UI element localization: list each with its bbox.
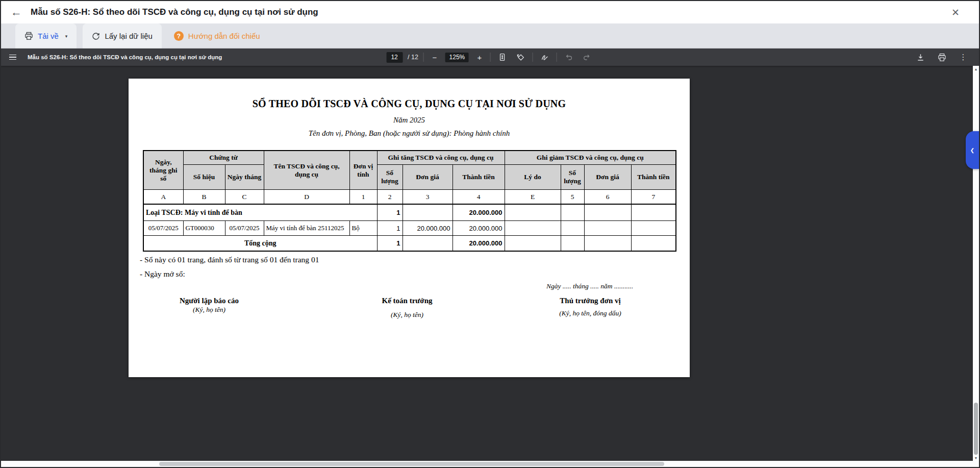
- collapse-panel-tab[interactable]: ❮: [966, 131, 979, 169]
- download-file-icon[interactable]: [914, 51, 927, 64]
- category-quantity: 1: [377, 204, 403, 221]
- empty-cell: [584, 236, 631, 252]
- col-code: C: [225, 190, 264, 205]
- zoom-out-button[interactable]: −: [429, 52, 440, 63]
- col-header-doc-date: Ngày tháng: [225, 165, 264, 190]
- col-header-doc-no: Số hiệu: [183, 165, 225, 190]
- document-page: SỔ THEO DÕI TSCĐ VÀ CÔNG CỤ, DỤNG CỤ TẠI…: [129, 79, 690, 377]
- caret-down-icon: ▾: [65, 34, 68, 39]
- empty-cell: [505, 221, 561, 236]
- empty-cell: [631, 221, 676, 236]
- asset-tracking-table: Ngày, tháng ghi sổ Chứng từ Tên TSCĐ và …: [143, 150, 676, 252]
- document-unit-line: Tên đơn vị, Phòng, Ban (hoặc người sử dụ…: [129, 129, 690, 138]
- print-icon[interactable]: [935, 51, 948, 64]
- refresh-label: Lấy lại dữ liệu: [105, 32, 152, 40]
- col-code: A: [143, 190, 183, 205]
- question-badge-icon: ?: [174, 31, 184, 41]
- vertical-scroll-thumb[interactable]: [974, 403, 978, 455]
- empty-cell: [505, 236, 561, 252]
- close-button[interactable]: ✕: [945, 2, 966, 22]
- col-header-unit: Đơn vị tính: [349, 151, 377, 190]
- toolbar-separator: [490, 53, 491, 62]
- horizontal-scrollbar[interactable]: [1, 461, 979, 467]
- undo-icon[interactable]: [562, 51, 575, 64]
- col-header-amount-inc: Thành tiền: [453, 165, 505, 190]
- app-toolbar: Tải về ▾ Lấy lại dữ liệu ? Hướng dẫn đối…: [1, 23, 979, 48]
- col-group-voucher: Chứng từ: [183, 151, 264, 165]
- signature-title: Thủ trưởng đơn vị: [514, 297, 667, 305]
- close-icon: ✕: [951, 7, 960, 18]
- col-code: 7: [631, 190, 676, 205]
- pdf-document-title: Mẫu số S26-H: Sổ theo dõi TSCĐ và công c…: [28, 54, 222, 60]
- empty-cell: [584, 204, 631, 221]
- fit-page-icon[interactable]: [496, 51, 509, 64]
- col-header-date: Ngày, tháng ghi sổ: [143, 151, 183, 190]
- total-amount: 20.000.000: [453, 236, 505, 252]
- total-label: Tổng cộng: [143, 236, 377, 252]
- download-label: Tải về: [38, 32, 59, 40]
- note-open-date: - Ngày mở sổ:: [140, 267, 319, 281]
- vertical-scrollbar[interactable]: ▲ ▼: [973, 66, 979, 461]
- rotate-page-icon[interactable]: [514, 51, 527, 64]
- guide-link[interactable]: ? Hướng dẫn đối chiếu: [165, 23, 269, 48]
- empty-cell: [561, 221, 584, 236]
- total-row: Tổng cộng 1 20.000.000: [143, 236, 676, 252]
- window-header: ← Mẫu số S26-H: Sổ theo dõi TSCĐ và công…: [1, 1, 979, 23]
- col-header-asset-name: Tên TSCĐ và công cụ, dụng cụ: [264, 151, 349, 190]
- scroll-down-arrow-icon[interactable]: ▼: [973, 455, 979, 461]
- toolbar-separator: [533, 53, 533, 62]
- menu-hamburger-icon[interactable]: [4, 48, 21, 66]
- pdf-viewport: SỔ THEO DÕI TSCĐ VÀ CÔNG CỤ, DỤNG CỤ TẠI…: [1, 66, 979, 467]
- page-count-label: / 12: [408, 54, 418, 61]
- signature-block-preparer: Người lập báo cáo (Ký, họ tên): [133, 297, 286, 314]
- cell-doc-date: 05/07/2025: [225, 221, 264, 236]
- col-header-price-inc: Đơn giá: [403, 165, 453, 190]
- signature-row: Người lập báo cáo (Ký, họ tên) Kế toán t…: [129, 297, 690, 337]
- col-code: 2: [377, 190, 403, 205]
- col-code: 3: [403, 190, 453, 205]
- col-group-decrease: Ghi giảm TSCĐ và công cụ, dụng cụ: [505, 151, 676, 165]
- cell-unit: Bộ: [349, 221, 377, 236]
- back-arrow-icon: ←: [11, 6, 22, 19]
- empty-cell: [584, 221, 631, 236]
- col-header-reason: Lý do: [505, 165, 561, 190]
- guide-label: Hướng dẫn đối chiếu: [188, 32, 260, 40]
- cell-unit-price: 20.000.000: [403, 221, 453, 236]
- refresh-data-button[interactable]: Lấy lại dữ liệu: [83, 23, 161, 48]
- signature-note: (Ký, họ tên): [133, 306, 286, 314]
- more-options-kebab-icon[interactable]: ⋮: [957, 51, 970, 64]
- zoom-level-value: 125%: [445, 53, 469, 62]
- back-button[interactable]: ←: [6, 2, 27, 22]
- document-year-line: Năm 2025: [129, 116, 690, 125]
- cell-amount: 20.000.000: [453, 221, 505, 236]
- scroll-up-arrow-icon[interactable]: ▲: [973, 66, 979, 72]
- col-code: 6: [584, 190, 631, 205]
- horizontal-scroll-thumb[interactable]: [159, 462, 664, 466]
- annotate-pen-icon[interactable]: [538, 51, 551, 64]
- empty-cell: [561, 204, 584, 221]
- redo-icon[interactable]: [581, 51, 594, 64]
- signature-title: Kế toán trưởng: [331, 297, 484, 305]
- cell-asset-name: Máy vi tính để bàn 25112025: [264, 221, 349, 236]
- page-number-input[interactable]: [386, 52, 403, 63]
- note-pages: - Sổ này có 01 trang, đánh số từ trang s…: [140, 253, 319, 267]
- toolbar-separator: [557, 53, 557, 62]
- category-amount: 20.000.000: [453, 204, 505, 221]
- category-row: Loại TSCĐ: Máy vi tính để bàn 1 20.000.0…: [143, 204, 676, 221]
- col-code: 1: [349, 190, 377, 205]
- cell-quantity: 1: [377, 221, 403, 236]
- signature-block-unit-head: Thủ trưởng đơn vị (Ký, họ tên, đóng dấu): [514, 297, 667, 317]
- zoom-in-button[interactable]: +: [474, 52, 485, 63]
- col-code: B: [183, 190, 225, 205]
- asset-data-row: 05/07/2025 GT000030 05/07/2025 Máy vi tí…: [143, 221, 676, 236]
- window-title: Mẫu số S26-H: Sổ theo dõi TSCĐ và công c…: [31, 7, 945, 17]
- signature-note: (Ký, họ tên): [331, 311, 484, 319]
- document-title: SỔ THEO DÕI TSCĐ VÀ CÔNG CỤ, DỤNG CỤ TẠI…: [129, 98, 690, 110]
- col-header-qty-dec: Số lượng: [561, 165, 584, 190]
- form-preview-window: ← Mẫu số S26-H: Sổ theo dõi TSCĐ và công…: [0, 0, 980, 468]
- cell-doc-no: GT000030: [183, 221, 225, 236]
- category-label: Loại TSCĐ: Máy vi tính để bàn: [143, 204, 377, 221]
- download-button[interactable]: Tải về ▾: [15, 23, 77, 48]
- signature-date-line: Ngày ..... tháng ..... năm ...........: [512, 282, 667, 290]
- col-header-qty-inc: Số lượng: [377, 165, 403, 190]
